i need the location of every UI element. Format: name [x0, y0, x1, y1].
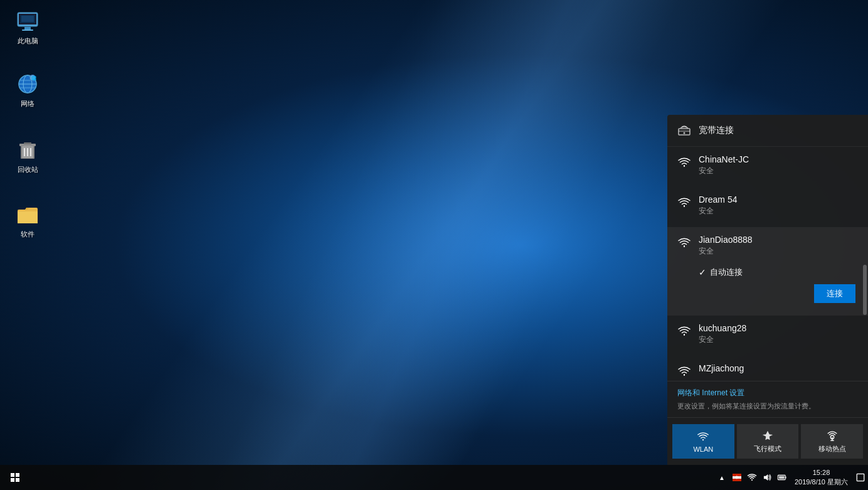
desktop: 此电脑 🌐 网络 回收站 [0, 0, 868, 490]
clock[interactable]: 15:28 2019/8/10 星期六 [790, 465, 853, 490]
svg-rect-37 [785, 477, 786, 479]
network-status-kuchuang: 安全 [699, 334, 858, 345]
settings-desc: 更改设置，例如将某连接设置为按流量计费。 [677, 402, 815, 410]
desktop-icon-label-software: 软件 [21, 230, 34, 238]
network-status-dream: 安全 [699, 206, 858, 216]
notification-icon [856, 473, 865, 482]
desktop-icon-this-pc[interactable]: 此电脑 [5, 6, 50, 48]
desktop-icon-label-recycle: 回收站 [18, 165, 38, 174]
network-tray-icon[interactable] [744, 465, 760, 490]
svg-rect-4 [22, 29, 33, 31]
check-icon: ✓ [699, 267, 706, 277]
quick-actions: WLAN 飞行模式 移动热点 [667, 417, 868, 465]
airplane-label: 飞行模式 [754, 444, 781, 454]
svg-point-26 [684, 132, 685, 134]
network-info-mzjiachong: MZjiachong [699, 363, 858, 373]
network-info-dream: Dream 54 安全 [699, 194, 858, 216]
hotspot-icon [826, 429, 839, 442]
language-icon: 中 [732, 472, 742, 482]
jiandiao-expanded: ✓ 自动连接 连接 [677, 264, 858, 308]
network-item-chinanet[interactable]: ChinaNet-JC 安全 [667, 147, 868, 187]
folder-icon [15, 202, 40, 227]
desktop-icon-network[interactable]: 🌐 网络 [5, 69, 50, 110]
volume-icon [762, 472, 772, 482]
svg-text:🌐: 🌐 [31, 75, 37, 81]
svg-marker-35 [764, 474, 768, 481]
network-info-kuchuang: kuchuang28 安全 [699, 323, 858, 345]
computer-icon [15, 9, 40, 34]
desktop-icon-recycle[interactable]: 回收站 [5, 135, 50, 176]
auto-connect-row: ✓ 自动连接 [699, 264, 858, 284]
wifi-tray-icon [747, 472, 757, 482]
network-item-jiandiao-top: JianDiao8888 安全 [677, 235, 858, 257]
airplane-icon [761, 429, 774, 442]
svg-rect-19 [24, 142, 31, 144]
connect-button[interactable]: 连接 [814, 284, 855, 303]
windows-logo [11, 473, 19, 482]
battery-tray-icon[interactable] [775, 465, 790, 490]
settings-link[interactable]: 网络和 Internet 设置 [677, 388, 858, 398]
wifi-icon-jiandiao [677, 236, 691, 250]
wifi-icon-dream [677, 196, 691, 210]
notification-button[interactable] [853, 465, 868, 490]
network-name-chinanet: ChinaNet-JC [699, 154, 858, 164]
broadband-name: 宽带连接 [699, 125, 734, 136]
recycle-icon [15, 137, 40, 162]
quick-btn-wlan[interactable]: WLAN [672, 424, 734, 459]
broadband-item[interactable]: 宽带连接 [667, 115, 868, 147]
language-indicator[interactable]: 中 [729, 465, 744, 490]
clock-date: 2019/8/10 星期六 [795, 477, 848, 487]
network-item-jiandiao[interactable]: JianDiao8888 安全 ✓ 自动连接 连接 [667, 227, 868, 316]
network-icon: 🌐 [15, 72, 40, 97]
network-info-chinanet: ChinaNet-JC 安全 [699, 154, 858, 176]
wlan-label: WLAN [693, 445, 713, 453]
network-panel-footer: 网络和 Internet 设置 更改设置，例如将某连接设置为按流量计费。 [667, 381, 868, 416]
system-tray: ▲ 中 [714, 465, 868, 490]
svg-text:中: 中 [735, 475, 739, 479]
hotspot-label: 移动热点 [818, 444, 846, 454]
wifi-icon-mzjiachong [677, 365, 691, 378]
svg-rect-39 [857, 474, 864, 481]
network-item-mzjiachong[interactable]: MZjiachong [667, 356, 868, 381]
svg-rect-23 [18, 211, 38, 223]
volume-tray-icon[interactable] [760, 465, 775, 490]
network-panel: 宽带连接 ChinaNet-JC 安全 [667, 115, 868, 465]
network-name-mzjiachong: MZjiachong [699, 363, 858, 373]
network-info-jiandiao: JianDiao8888 安全 [699, 235, 858, 257]
wlan-icon [697, 430, 709, 443]
wifi-icon-chinanet [677, 156, 691, 169]
clock-time: 15:28 [813, 468, 830, 477]
wifi-icon-kuchuang [677, 324, 691, 338]
auto-connect-label: 自动连接 [710, 267, 743, 278]
taskbar: ▲ 中 [0, 465, 868, 490]
network-list: ChinaNet-JC 安全 Dream 54 安全 [667, 147, 868, 381]
network-status-chinanet: 安全 [699, 166, 858, 176]
network-name-dream: Dream 54 [699, 194, 858, 205]
show-hidden-icons-button[interactable]: ▲ [714, 465, 729, 490]
scrollbar-thumb [863, 265, 867, 315]
network-item-kuchuang[interactable]: kuchuang28 安全 [667, 316, 868, 356]
desktop-icon-label-network: 网络 [21, 99, 34, 108]
network-name-kuchuang: kuchuang28 [699, 323, 858, 333]
network-item-dream[interactable]: Dream 54 安全 [667, 187, 868, 227]
svg-rect-6 [21, 16, 34, 22]
keyboard-icon [777, 472, 787, 482]
network-status-jiandiao: 安全 [699, 246, 858, 257]
start-button[interactable] [0, 465, 30, 490]
svg-rect-38 [779, 476, 785, 479]
quick-btn-airplane[interactable]: 飞行模式 [737, 424, 799, 459]
broadband-icon [677, 124, 691, 137]
network-name-jiandiao: JianDiao8888 [699, 235, 858, 245]
svg-rect-3 [24, 27, 31, 29]
quick-btn-hotspot[interactable]: 移动热点 [801, 424, 863, 459]
chevron-up-icon: ▲ [719, 474, 725, 481]
desktop-icon-software[interactable]: 软件 [5, 200, 50, 241]
desktop-icon-label-this-pc: 此电脑 [18, 36, 38, 45]
